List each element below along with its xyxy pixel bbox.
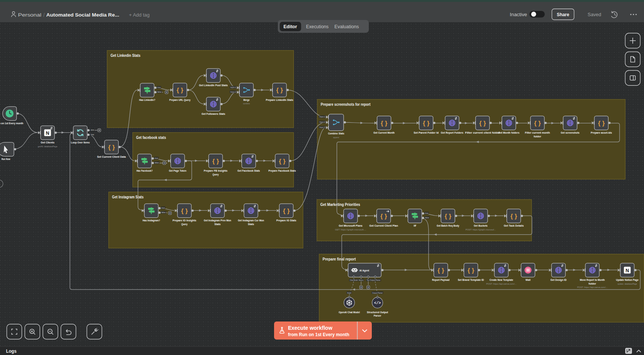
svg-text:Get Instagram Stats: Get Instagram Stats [112,195,144,199]
svg-text:Prepare IG Insights: Prepare IG Insights [173,219,196,222]
svg-text:false: false [162,211,166,213]
svg-text:Filter current client folder: Filter current client folder [465,131,500,134]
svg-text:Create New Template: Create New Template [489,279,513,282]
svg-text:Executions: Executions [306,24,329,29]
svg-text:Prepare IG Stats: Prepare IG Stats [276,219,296,222]
svg-text:combine: combine [243,102,250,105]
svg-text:getAll: databasePage: getAll: databasePage [38,145,58,148]
svg-text:Move Report to Month: Move Report to Month [580,279,605,282]
svg-text:Parser: Parser [374,314,381,317]
svg-text:Input 1: Input 1 [230,86,236,88]
svg-text:/: / [43,12,45,18]
svg-text:update: databasePage: update: databasePage [618,283,638,285]
svg-text:Get Month folders: Get Month folders [498,131,520,134]
svg-text:Has Linkedin?: Has Linkedin? [139,99,155,101]
svg-text:</>: </> [374,301,381,305]
svg-text:false: false [155,162,159,164]
svg-text:done: done [91,129,94,131]
svg-text:Prepare asset-ids: Prepare asset-ids [591,131,612,134]
svg-text:Get Page Token: Get Page Token [169,169,186,172]
svg-text:Output Parser: Output Parser [370,279,380,281]
svg-text:Structured Output: Structured Output [367,311,388,314]
svg-text:Get Instagram Cur Mon: Get Instagram Cur Mon [238,219,264,222]
svg-text:Chat Model: Chat Model [350,279,358,281]
svg-text:Run on 1st Every month: Run on 1st Every month [0,122,23,125]
svg-text:Query: Query [181,223,188,226]
svg-text:Input 2: Input 2 [320,121,325,123]
svg-text:Input 2: Input 2 [230,91,236,93]
svg-text:Get Design ID: Get Design ID [550,279,567,282]
svg-text:Set Current Client Data: Set Current Client Data [97,155,126,158]
svg-text:Logs: Logs [6,349,17,354]
svg-text:Prepare screenshots for report: Prepare screenshots for report [321,102,371,107]
svg-text:true: true [158,86,161,88]
svg-text:Report Payload: Report Payload [432,279,450,282]
svg-text:append: append [333,136,339,139]
svg-text:Prepare LinkedIn Stats: Prepare LinkedIn Stats [266,99,293,102]
svg-text:Get screenshots: Get screenshots [561,131,580,134]
svg-text:POST: https://api.canva.com/..: POST: https://api.canva.com/... [577,286,608,288]
svg-text:Get Report Folders: Get Report Folders [441,131,464,134]
svg-text:GET: https://graph.microsoft..: GET: https://graph.microsoft.... [335,229,367,231]
svg-text:Get Linkedin Stats: Get Linkedin Stats [111,53,141,58]
svg-text:Editor: Editor [283,24,297,29]
svg-text:Get Task Details: Get Task Details [504,224,524,227]
svg-text:Input 3: Input 3 [320,126,325,128]
svg-text:Has Instagram?: Has Instagram? [142,219,160,222]
svg-text:false: false [158,91,162,93]
svg-text:Get Marketing Priorities: Get Marketing Priorities [320,202,360,207]
svg-text:Evaluations: Evaluations [335,24,359,29]
svg-text:Output Parser: Output Parser [372,292,383,294]
svg-text:AI Agent: AI Agent [359,269,369,272]
svg-text:Get Current Month: Get Current Month [373,131,394,134]
svg-text:true: true [425,212,429,214]
svg-text:Get Facebook Stats: Get Facebook Stats [238,169,260,172]
svg-text:Share: Share [557,12,569,17]
svg-text:Query: Query [212,173,219,176]
svg-text:+ Add tag: + Add tag [129,12,150,18]
svg-text:from Run on 1st Every month: from Run on 1st Every month [288,332,349,337]
svg-text:Prepare FB Insights: Prepare FB Insights [204,169,227,172]
svg-text:Automated Social Media Re...: Automated Social Media Re... [46,12,119,18]
svg-text:Get Microsoft Plans: Get Microsoft Plans [339,224,362,227]
svg-text:Stats: Stats [214,223,221,225]
svg-text:OpenAI Chat Model: OpenAI Chat Model [339,311,360,314]
svg-text:Has Facebook?: Has Facebook? [136,169,153,172]
svg-text:Wait: Wait [526,279,531,281]
svg-text:Get Instagram Prev Mon: Get Instagram Prev Mon [204,219,231,222]
svg-text:Set Parent Folder Id: Set Parent Folder Id [414,131,438,134]
svg-text:Get Batch Req Body: Get Batch Req Body [437,224,459,227]
svg-text:Get Current Client Plan: Get Current Client Plan [369,224,398,227]
svg-text:loop: loop [91,133,94,136]
svg-text:Get Followers Stats: Get Followers Stats [202,113,225,115]
svg-text:Filter current month: Filter current month [525,131,550,134]
svg-text:Execute workflow: Execute workflow [288,325,333,331]
svg-text:POST: https://api.canva.com/..: POST: https://api.canva.com/... [486,283,517,285]
svg-text:Get Clients: Get Clients [41,141,55,144]
svg-text:Loop Over Items: Loop Over Items [71,141,90,144]
svg-text:Get facebook stats: Get facebook stats [136,135,166,140]
svg-text:Update Notion Page: Update Notion Page [616,279,639,282]
svg-text:If: If [414,224,417,227]
svg-text:Model: Model [347,292,352,294]
svg-text:Prepare final report: Prepare final report [323,257,356,261]
svg-text:Get Buckets: Get Buckets [474,224,488,227]
svg-text:false: false [425,216,429,219]
svg-text:folder: folder [589,282,596,285]
svg-text:Saved: Saved [588,12,601,17]
svg-text:true: true [155,157,158,159]
svg-text:Personal: Personal [18,12,41,18]
svg-text:Prepare Facebook Stats: Prepare Facebook Stats [268,169,296,172]
svg-text:Memory: Memory [359,279,364,281]
svg-text:Inactive: Inactive [510,12,527,17]
svg-text:Input 1: Input 1 [320,116,325,118]
svg-text:folder: folder [534,135,541,138]
svg-text:Set Brand Template ID: Set Brand Template ID [458,279,484,282]
svg-text:Prepare URL Query: Prepare URL Query [169,99,191,102]
svg-text:Combine Stats: Combine Stats [328,132,344,135]
svg-text:Merge: Merge [243,99,250,102]
svg-text:true: true [162,207,165,209]
svg-text:Stats: Stats [248,223,254,225]
svg-text:Run Now: Run Now [2,158,11,160]
svg-text:POST: https://graph.microsof..: POST: https://graph.microsof... [465,229,496,231]
